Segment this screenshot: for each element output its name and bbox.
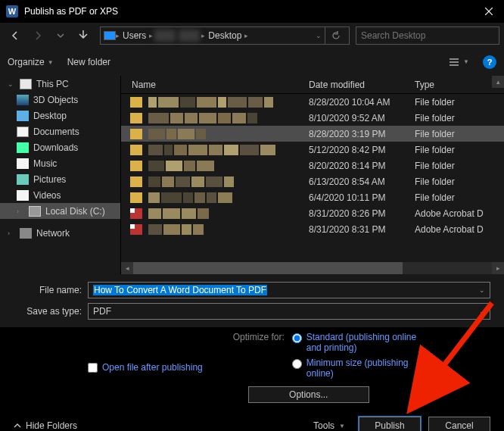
file-type: File folder bbox=[415, 161, 504, 171]
file-date: 8/31/2020 8:31 PM bbox=[309, 224, 415, 235]
tree-documents[interactable]: Documents bbox=[0, 123, 120, 139]
tree-local-disk[interactable]: ›Local Disk (C:) bbox=[0, 203, 120, 219]
optimize-minimum-radio[interactable]: Minimum size (publishing online) bbox=[292, 358, 420, 379]
scroll-left-button[interactable]: ◂ bbox=[121, 262, 133, 274]
file-row[interactable]: 6/4/2020 10:11 PMFile folder bbox=[121, 189, 504, 205]
file-row[interactable]: 8/31/2020 8:31 PMAdobe Acrobat D bbox=[121, 221, 504, 237]
tree-downloads[interactable]: Downloads bbox=[0, 139, 120, 155]
file-row[interactable]: 5/12/2020 8:42 PMFile folder bbox=[121, 142, 504, 158]
file-row[interactable]: 8/28/2020 10:04 AMFile folder bbox=[121, 94, 504, 110]
saveas-select[interactable]: PDF ⌄ bbox=[88, 303, 490, 320]
expand-icon[interactable]: › bbox=[17, 208, 24, 215]
horizontal-scrollbar[interactable]: ◂ ▸ bbox=[121, 262, 504, 274]
tree-music[interactable]: Music bbox=[0, 155, 120, 171]
radio-minimum[interactable] bbox=[292, 359, 302, 369]
tree-videos[interactable]: Videos bbox=[0, 187, 120, 203]
breadcrumb[interactable]: ▸ Users ▸ ▸ Desktop ▸ ⌄ bbox=[100, 27, 350, 45]
breadcrumb-desktop[interactable]: Desktop bbox=[205, 30, 244, 41]
publish-button[interactable]: Publish bbox=[359, 417, 421, 431]
tree-3d-objects[interactable]: 3D Objects bbox=[0, 92, 120, 108]
tools-menu[interactable]: Tools ▼ bbox=[313, 420, 345, 431]
optimize-minimum-label: Minimum size (publishing online) bbox=[306, 358, 420, 379]
close-button[interactable] bbox=[474, 0, 504, 23]
tree-label: Downloads bbox=[33, 142, 78, 153]
file-type: Adobe Acrobat D bbox=[415, 208, 504, 219]
options-area: Open file after publishing Optimize for:… bbox=[0, 327, 504, 411]
cancel-button[interactable]: Cancel bbox=[428, 417, 490, 431]
file-name-redacted bbox=[148, 145, 309, 155]
radio-standard[interactable] bbox=[292, 333, 302, 343]
hide-folders-button[interactable]: Hide Folders bbox=[14, 420, 77, 431]
scroll-thumb[interactable] bbox=[133, 262, 403, 274]
tree-desktop[interactable]: Desktop bbox=[0, 108, 120, 123]
file-date: 8/28/2020 3:19 PM bbox=[309, 129, 415, 139]
desktop-icon bbox=[17, 111, 29, 121]
folder-icon bbox=[130, 192, 142, 203]
saveas-value: PDF bbox=[93, 306, 111, 317]
scroll-up-button[interactable]: ▴ bbox=[492, 76, 504, 88]
documents-icon bbox=[17, 126, 29, 137]
col-type[interactable]: Type bbox=[415, 80, 504, 90]
tree-label: Desktop bbox=[33, 111, 67, 121]
filename-value: How To Convert A Word Document To PDF bbox=[93, 285, 267, 295]
dropdown-icon[interactable]: ⌄ bbox=[479, 308, 485, 315]
file-type: File folder bbox=[415, 192, 504, 203]
word-app-icon: W bbox=[6, 5, 18, 17]
options-button[interactable]: Options... bbox=[248, 386, 369, 403]
pc-icon bbox=[20, 79, 32, 89]
file-date: 8/28/2020 10:04 AM bbox=[309, 97, 415, 108]
pc-icon bbox=[104, 31, 116, 40]
view-mode-button[interactable]: ▼ bbox=[450, 58, 469, 66]
col-date[interactable]: Date modified bbox=[309, 80, 415, 90]
col-name[interactable]: Name bbox=[121, 80, 309, 90]
forward-button[interactable] bbox=[27, 25, 48, 46]
file-name-redacted bbox=[148, 113, 309, 123]
optimize-standard-radio[interactable]: Standard (publishing online and printing… bbox=[292, 332, 420, 353]
filename-input[interactable]: How To Convert A Word Document To PDF ⌄ bbox=[88, 282, 490, 298]
open-after-check[interactable] bbox=[88, 363, 98, 373]
breadcrumb-users[interactable]: Users bbox=[120, 30, 149, 41]
chevron-right-icon: ▸ bbox=[244, 32, 248, 39]
scroll-right-button[interactable]: ▸ bbox=[492, 262, 504, 274]
breadcrumb-history-dropdown[interactable]: ⌄ bbox=[316, 32, 322, 39]
breadcrumb-redacted[interactable] bbox=[179, 30, 200, 42]
tree-label: This PC bbox=[36, 79, 69, 89]
file-row[interactable]: 6/13/2020 8:54 AMFile folder bbox=[121, 173, 504, 189]
scroll-track[interactable] bbox=[133, 262, 492, 274]
file-name-redacted bbox=[148, 161, 309, 171]
dropdown-icon: ▼ bbox=[463, 58, 469, 66]
tree-pictures[interactable]: Pictures bbox=[0, 171, 120, 187]
search-box[interactable] bbox=[356, 27, 499, 45]
disk-icon bbox=[29, 206, 41, 217]
file-row[interactable]: 8/28/2020 3:19 PMFile folder bbox=[121, 126, 504, 142]
new-folder-label: New folder bbox=[67, 57, 110, 67]
file-type: File folder bbox=[415, 129, 504, 139]
chevron-right-icon: ▸ bbox=[149, 32, 153, 39]
file-name-redacted bbox=[148, 208, 309, 219]
up-button[interactable] bbox=[73, 25, 94, 46]
help-button[interactable]: ? bbox=[483, 55, 496, 69]
file-date: 6/4/2020 10:11 PM bbox=[309, 192, 415, 203]
file-type: File folder bbox=[415, 97, 504, 108]
new-folder-button[interactable]: New folder bbox=[67, 57, 110, 67]
open-after-checkbox[interactable]: Open file after publishing bbox=[88, 332, 203, 403]
file-date: 8/10/2020 9:52 AM bbox=[309, 113, 415, 123]
refresh-button[interactable] bbox=[325, 27, 346, 45]
search-input[interactable] bbox=[361, 30, 494, 41]
tree-network[interactable]: ›Network bbox=[0, 225, 120, 241]
expand-icon[interactable]: ⌄ bbox=[8, 80, 15, 88]
file-row[interactable]: 8/20/2020 8:14 PMFile folder bbox=[121, 158, 504, 173]
dropdown-icon[interactable]: ⌄ bbox=[479, 286, 485, 294]
file-date: 8/31/2020 8:26 PM bbox=[309, 208, 415, 219]
file-type: File folder bbox=[415, 145, 504, 155]
tree-this-pc[interactable]: ⌄ This PC bbox=[0, 76, 120, 92]
file-row[interactable]: 8/10/2020 9:52 AMFile folder bbox=[121, 110, 504, 126]
breadcrumb-redacted[interactable] bbox=[154, 30, 176, 42]
expand-icon[interactable]: › bbox=[8, 230, 15, 237]
file-row[interactable]: 8/31/2020 8:26 PMAdobe Acrobat D bbox=[121, 205, 504, 221]
recent-dropdown[interactable] bbox=[50, 25, 71, 46]
tree-label: Videos bbox=[33, 190, 61, 201]
organize-label: Organize bbox=[8, 57, 45, 67]
organize-menu[interactable]: Organize ▼ bbox=[8, 57, 54, 67]
back-button[interactable] bbox=[5, 25, 26, 46]
